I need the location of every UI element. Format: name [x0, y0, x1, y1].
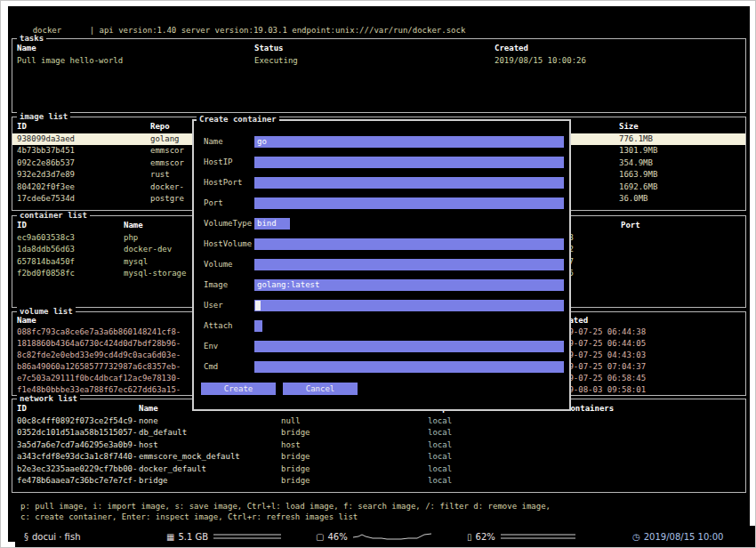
image-field-label: Image: [204, 279, 228, 291]
attach-input[interactable]: [254, 320, 262, 332]
network-name: docker_default: [139, 463, 281, 476]
volume-created: 19-07-25 06:44:38: [564, 326, 745, 338]
volume-created: 19-07-25 07:04:37: [564, 361, 745, 373]
network-scope: local: [428, 427, 566, 439]
hostport-input[interactable]: [254, 177, 564, 189]
form-row: Port: [194, 197, 569, 209]
column-header: ID: [17, 220, 124, 232]
image-input[interactable]: golang:latest: [254, 279, 564, 291]
network-row[interactable]: a343cfdf8e93dc3a1c8f7440-emmscore_mock_d…: [12, 451, 745, 463]
port-input[interactable]: [254, 197, 564, 209]
form-row: Attach: [194, 320, 569, 332]
network-containers: [566, 451, 745, 463]
attach-field-label: Attach: [204, 320, 233, 332]
network-driver: bridge: [281, 475, 428, 488]
battery-icon: ▯: [467, 532, 472, 542]
column-header: Containers: [566, 403, 745, 415]
task-status: Executing: [254, 55, 495, 68]
clock-indicator: ◷ 2019/08/15 10:00: [632, 526, 723, 547]
help-line-2: c: create container, Enter: inspect imag…: [20, 512, 358, 522]
user-input[interactable]: [254, 300, 564, 311]
volume-field-label: Volume: [204, 259, 233, 270]
clock-value: 2019/08/15 10:00: [644, 532, 724, 542]
volumetype-input[interactable]: bind: [254, 218, 290, 230]
container-port: 25: [564, 268, 745, 280]
image-size: 1692.6MB: [619, 181, 745, 194]
battery-indicator: ▯ 62%: [467, 526, 577, 547]
column-header: Port: [564, 220, 745, 232]
form-row: VolumeType bind: [194, 218, 569, 230]
network-id: 3a5d7a6e7cd7a46295e3a0b9-: [17, 439, 139, 452]
status-bar: § docui · fish ▦ 5.1 GB ▢ 46% ▯ 62% ◷: [15, 526, 756, 547]
help-line-1: p: pull image, i: import image, s: save …: [20, 501, 551, 512]
volume-input[interactable]: [254, 259, 564, 270]
env-input[interactable]: [254, 341, 564, 352]
volume-created: 19-07-25 06:44:05: [564, 338, 745, 350]
tasks-panel-title: tasks: [17, 34, 46, 44]
network-row[interactable]: 3a5d7a6e7cd7a46295e3a0b9-hosthostlocal: [12, 439, 745, 452]
create-container-modal: Create container Name go HostIP HostPort…: [192, 119, 571, 411]
network-containers: [566, 427, 745, 439]
volume-created: 19-07-25 04:43:03: [564, 350, 745, 361]
container-id: 657814ba450f: [17, 256, 124, 269]
hostip-input[interactable]: [254, 157, 564, 168]
network-scope: local: [428, 439, 566, 452]
name-input[interactable]: go: [254, 136, 564, 148]
text-cursor: [255, 301, 261, 310]
network-id: 00c8c4ff0892f073ce2f54c9-: [17, 415, 139, 428]
task-name: Pull image hello-world: [17, 55, 254, 68]
cmd-input[interactable]: [254, 361, 564, 373]
terminal-screen: docker| api version:1.40 server version:…: [8, 6, 750, 542]
form-row: HostPort: [194, 177, 569, 189]
network-list-title: network list: [17, 394, 80, 404]
tasks-panel: tasks NameStatusCreated Pull image hello…: [12, 38, 746, 113]
network-name: db_default: [139, 427, 281, 439]
form-row: HostIP: [194, 157, 569, 168]
network-id: a343cfdf8e93dc3a1c8f7440-: [17, 451, 139, 463]
env-field-label: Env: [204, 341, 218, 352]
task-created: 2019/08/15 10:00:26: [495, 55, 745, 68]
network-name: host: [139, 439, 281, 452]
user-field-label: User: [204, 300, 223, 311]
hostvolume-input[interactable]: [254, 238, 564, 250]
network-scope: local: [428, 451, 566, 463]
container-port: 13: [564, 232, 745, 245]
image-size: 1301.9MB: [619, 145, 745, 157]
image-id: 4b73bb37b451: [17, 145, 150, 157]
network-driver: bridge: [281, 451, 428, 463]
column-header: Created: [495, 43, 745, 55]
network-containers: [566, 475, 745, 488]
hostport-field-label: HostPort: [204, 177, 242, 189]
network-row[interactable]: 0352dc101d51aa58b1515057-db_defaultbridg…: [12, 427, 745, 439]
task-row[interactable]: Pull image hello-worldExecuting2019/08/1…: [12, 55, 745, 68]
network-row[interactable]: b2e3ec3235aae0229cf7bb00-docker_defaultb…: [12, 463, 745, 476]
clock-icon: ◷: [632, 532, 640, 542]
column-header: ID: [17, 403, 139, 415]
cmd-field-label: Cmd: [204, 361, 218, 373]
cancel-button[interactable]: Cancel: [283, 383, 358, 395]
battery-graph: [499, 531, 577, 542]
column-header: Size: [619, 121, 745, 133]
column-header: eated: [564, 315, 745, 326]
volume-list-title: volume list: [17, 307, 76, 317]
column-header: Name: [17, 43, 254, 55]
network-driver: bridge: [281, 463, 428, 476]
form-row: Cmd: [194, 361, 569, 373]
form-row: Volume: [194, 259, 569, 270]
image-id: 932e2d3d7e89: [17, 169, 150, 181]
form-row: HostVolume: [194, 238, 569, 250]
network-scope: local: [428, 475, 566, 488]
hostip-field-label: HostIP: [204, 157, 233, 168]
form-row: Env: [194, 341, 569, 352]
form-row: Image golang:latest: [194, 279, 569, 291]
network-row[interactable]: fe478b6aaea7c36bc7e7e7cf-bridgebridgeloc…: [12, 475, 745, 488]
image-id: 17cde6e7534d: [17, 193, 150, 206]
network-name: none: [139, 415, 281, 428]
image-id: 804202f0f3ee: [17, 181, 150, 194]
network-row[interactable]: 00c8c4ff0892f073ce2f54c9-nonenulllocal: [12, 415, 745, 428]
container-id: 1da8ddb56d63: [17, 244, 124, 256]
battery-value: 62%: [476, 532, 495, 542]
port-field-label: Port: [204, 197, 223, 209]
image-size: 354.9MB: [619, 157, 745, 170]
create-button[interactable]: Create: [201, 383, 276, 395]
